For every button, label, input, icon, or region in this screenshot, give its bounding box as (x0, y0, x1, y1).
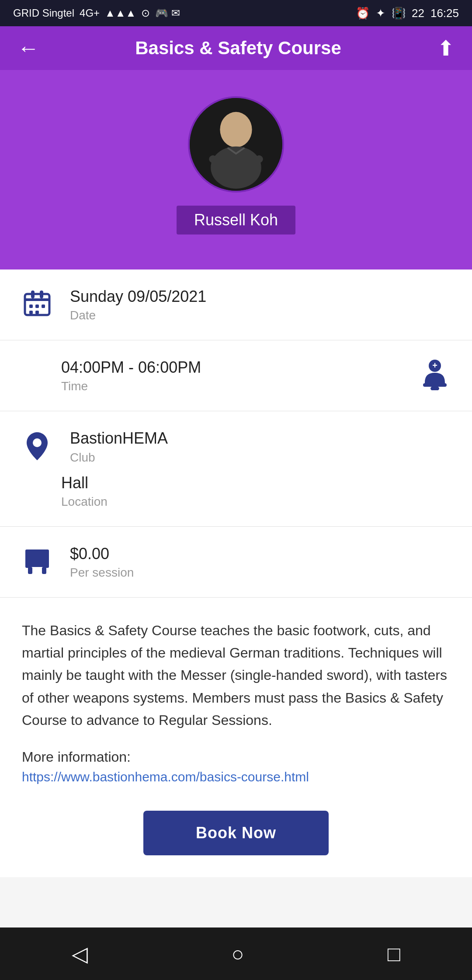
network-text: 4G+ (80, 7, 100, 19)
time-label: Time (61, 379, 201, 393)
alarm-icon: ⏰ (356, 7, 370, 20)
bell-icon: + (420, 360, 450, 390)
location-label: Location (61, 495, 450, 509)
svg-rect-8 (35, 304, 39, 308)
svg-rect-9 (42, 304, 45, 308)
status-left: GRID Singtel 4G+ ▲▲▲ ⊙ 🎮 ✉ (13, 7, 180, 19)
time-info: 04:00PM - 06:00PM Time (61, 358, 201, 393)
more-info-label: More information: (22, 749, 450, 765)
club-label: Club (70, 451, 168, 465)
location-value: Hall (61, 473, 450, 492)
price-label: Per session (70, 566, 134, 580)
date-label: Date (70, 308, 206, 322)
svg-text:+: + (432, 360, 437, 370)
time-block: 04:00PM - 06:00PM Time + (0, 340, 472, 411)
signal-icons: ▲▲▲ (105, 7, 136, 19)
svg-rect-20 (42, 567, 46, 574)
description-section: The Basics & Safety Course teaches the b… (0, 598, 472, 798)
svg-rect-7 (29, 304, 33, 308)
battery-text: 22 (412, 7, 424, 20)
book-now-container: Book Now (0, 798, 472, 877)
club-value: BastionHEMA (70, 429, 168, 448)
bluetooth-icon: ✦ (376, 7, 385, 20)
calendar-icon (22, 287, 52, 317)
svg-rect-19 (28, 567, 32, 574)
status-right: ⏰ ✦ 📳 22 16:25 (356, 7, 459, 20)
date-value: Sunday 09/05/2021 (70, 287, 206, 306)
price-info: $0.00 Per session (70, 544, 134, 580)
page-header: ← Basics & Safety Course ⬆ (0, 26, 472, 70)
carrier-text: GRID Singtel (13, 7, 74, 19)
extras-icon: 🎮 ✉ (155, 7, 180, 19)
nav-bar: ◁ ○ □ (0, 928, 472, 980)
price-value: $0.00 (70, 544, 134, 563)
time-value: 04:00PM - 06:00PM (61, 358, 201, 377)
nav-back-button[interactable]: ◁ (72, 942, 88, 966)
page-title: Basics & Safety Course (39, 38, 437, 59)
club-block: BastionHEMA Club (0, 411, 472, 469)
price-block: $0.00 Per session (0, 527, 472, 598)
add-reminder-button[interactable]: + (420, 360, 450, 392)
nav-home-button[interactable]: ○ (231, 942, 244, 966)
club-info: BastionHEMA Club (70, 429, 168, 464)
date-block: Sunday 09/05/2021 Date (0, 270, 472, 340)
svg-rect-17 (27, 550, 47, 562)
svg-rect-21 (25, 550, 30, 568)
seat-icon (22, 544, 52, 577)
back-button[interactable]: ← (17, 37, 39, 59)
description-text: The Basics & Safety Course teaches the b… (22, 620, 450, 732)
location-block: Hall Location (0, 469, 472, 527)
svg-rect-10 (29, 311, 33, 314)
book-now-button[interactable]: Book Now (143, 811, 329, 855)
svg-point-16 (33, 438, 42, 447)
svg-rect-4 (25, 298, 49, 301)
info-section: Sunday 09/05/2021 Date 04:00PM - 06:00PM… (0, 270, 472, 598)
svg-rect-22 (45, 550, 49, 568)
status-bar: GRID Singtel 4G+ ▲▲▲ ⊙ 🎮 ✉ ⏰ ✦ 📳 22 16:2… (0, 0, 472, 26)
nav-recent-button[interactable]: □ (388, 942, 400, 966)
svg-rect-11 (35, 311, 39, 314)
date-info: Sunday 09/05/2021 Date (70, 287, 206, 322)
more-info-link[interactable]: https://www.bastionhema.com/basics-cours… (22, 770, 309, 784)
time-text: 16:25 (430, 7, 459, 20)
share-button[interactable]: ⬆ (437, 36, 455, 60)
svg-rect-5 (31, 290, 35, 298)
vibrate-icon: 📳 (392, 7, 406, 20)
avatar (188, 96, 284, 192)
avatar-image (190, 96, 282, 192)
location-icon (22, 429, 52, 461)
wifi-icon: ⊙ (141, 7, 150, 19)
svg-point-1 (220, 112, 252, 147)
instructor-name: Russell Koh (177, 206, 295, 234)
hero-section: Russell Koh (0, 70, 472, 270)
svg-rect-6 (40, 290, 43, 298)
